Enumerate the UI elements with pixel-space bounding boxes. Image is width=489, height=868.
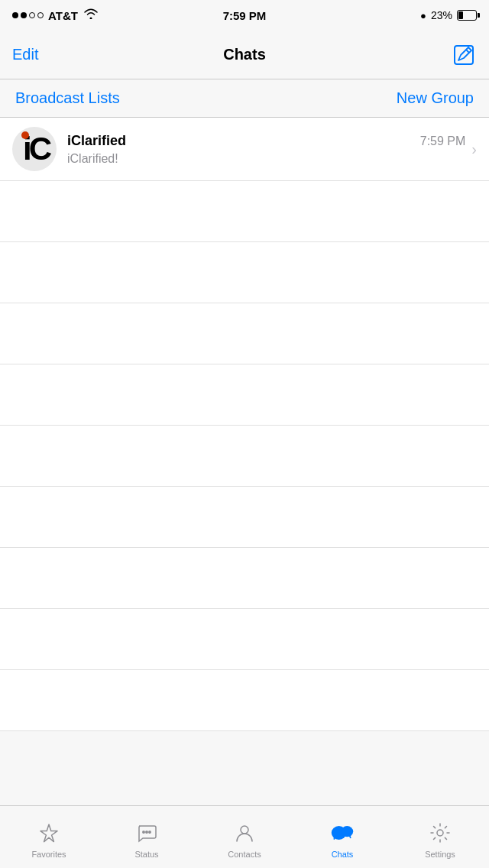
status-bar-left: AT&T bbox=[12, 8, 98, 22]
signal-dot-1 bbox=[12, 12, 18, 18]
signal-dot-4 bbox=[37, 12, 44, 18]
battery-fill bbox=[458, 11, 463, 19]
chat-name: iClarified bbox=[67, 133, 126, 149]
status-bar: AT&T 7:59 PM ● 23% bbox=[0, 0, 489, 31]
empty-row-4 bbox=[0, 364, 489, 426]
empty-row-9 bbox=[0, 670, 489, 731]
battery-percent: 23% bbox=[431, 9, 452, 21]
empty-row-8 bbox=[0, 609, 489, 670]
empty-row-6 bbox=[0, 487, 489, 548]
svg-point-4 bbox=[241, 826, 248, 834]
chat-bubble-icon bbox=[136, 822, 157, 847]
lock-icon: ● bbox=[420, 10, 426, 21]
tab-chats[interactable]: Chats bbox=[293, 816, 391, 859]
sub-nav: Broadcast Lists New Group bbox=[0, 79, 489, 118]
empty-row-3 bbox=[0, 303, 489, 364]
page-title: Chats bbox=[223, 46, 266, 63]
tab-contacts[interactable]: Contacts bbox=[196, 816, 293, 859]
signal-dot-2 bbox=[21, 12, 27, 18]
chat-list: iC iClarified 7:59 PM iClarified! › bbox=[0, 118, 489, 731]
compose-button[interactable] bbox=[451, 42, 477, 68]
status-bar-right: ● 23% bbox=[420, 9, 477, 21]
tab-settings-label: Settings bbox=[425, 850, 455, 859]
tab-status[interactable]: Status bbox=[98, 816, 196, 859]
svg-point-3 bbox=[149, 831, 151, 832]
chat-preview: iClarified! bbox=[67, 152, 465, 166]
chat-content: iClarified 7:59 PM iClarified! bbox=[67, 133, 465, 166]
compose-icon bbox=[453, 44, 474, 66]
tab-bar: Favorites Status Contacts bbox=[0, 805, 489, 868]
chat-header: iClarified 7:59 PM bbox=[67, 133, 465, 149]
ic-notification-dot bbox=[21, 131, 29, 139]
empty-row-2 bbox=[0, 242, 489, 303]
battery-icon bbox=[457, 10, 477, 21]
star-icon bbox=[38, 822, 60, 847]
edit-button[interactable]: Edit bbox=[12, 46, 38, 63]
chevron-right-icon: › bbox=[471, 141, 477, 158]
tab-settings[interactable]: Settings bbox=[391, 816, 489, 859]
nav-bar: Edit Chats bbox=[0, 31, 489, 79]
tab-status-label: Status bbox=[134, 850, 158, 859]
carrier-text: AT&T bbox=[48, 9, 78, 22]
chat-item[interactable]: iC iClarified 7:59 PM iClarified! › bbox=[0, 118, 489, 181]
chat-time: 7:59 PM bbox=[420, 134, 466, 148]
tab-favorites[interactable]: Favorites bbox=[0, 816, 98, 859]
empty-row-7 bbox=[0, 548, 489, 609]
broadcast-lists-button[interactable]: Broadcast Lists bbox=[15, 89, 120, 107]
contact-icon bbox=[234, 822, 255, 847]
new-group-button[interactable]: New Group bbox=[397, 89, 474, 107]
wifi-icon bbox=[84, 8, 98, 22]
svg-point-2 bbox=[146, 831, 147, 832]
svg-point-1 bbox=[143, 831, 144, 832]
empty-row-1 bbox=[0, 181, 489, 242]
tab-chats-label: Chats bbox=[332, 850, 354, 859]
gear-icon bbox=[429, 822, 451, 847]
signal-dot-3 bbox=[29, 12, 35, 18]
svg-point-7 bbox=[437, 830, 443, 836]
chats-bubble-icon bbox=[330, 822, 355, 847]
status-bar-time: 7:59 PM bbox=[223, 9, 267, 22]
avatar: iC bbox=[12, 127, 57, 171]
signal-dots bbox=[12, 12, 44, 18]
svg-point-6 bbox=[341, 826, 353, 837]
empty-row-5 bbox=[0, 426, 489, 487]
tab-favorites-label: Favorites bbox=[31, 850, 66, 859]
tab-contacts-label: Contacts bbox=[228, 850, 261, 859]
